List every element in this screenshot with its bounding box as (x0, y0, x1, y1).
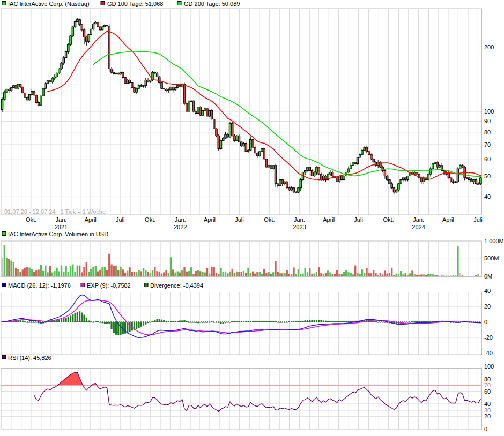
svg-text:Okt.: Okt. (26, 216, 36, 223)
svg-text:RSI (14): 45,826: RSI (14): 45,826 (8, 355, 51, 361)
svg-text:200: 200 (484, 44, 494, 50)
svg-text:50: 50 (484, 173, 491, 179)
svg-text:April: April (85, 216, 97, 223)
svg-text:01.07.20 - 12.07.24 1 Tick =: 01.07.20 - 12.07.24 1 Tick = 1 Woche (4, 208, 106, 215)
svg-text:70: 70 (484, 382, 491, 388)
svg-text:Juli: Juli (354, 216, 363, 223)
svg-text:Juli: Juli (235, 216, 244, 223)
svg-text:60: 60 (484, 388, 491, 395)
svg-text:60: 60 (484, 156, 491, 162)
svg-text:April: April (323, 216, 335, 223)
svg-text:Juli: Juli (116, 216, 125, 223)
svg-text:20: 20 (484, 413, 491, 419)
svg-text:70: 70 (484, 141, 491, 148)
svg-text:April: April (204, 216, 216, 223)
svg-text:Divergence: -0,4394: Divergence: -0,4394 (150, 282, 203, 289)
svg-text:80: 80 (484, 129, 491, 136)
svg-text:-40: -40 (484, 350, 493, 356)
svg-text:2024: 2024 (412, 224, 425, 230)
svg-text:30: 30 (484, 407, 491, 414)
svg-text:Jan.: Jan. (56, 216, 67, 223)
svg-text:April: April (442, 216, 454, 223)
svg-text:Jan.: Jan. (413, 216, 424, 223)
svg-text:80: 80 (484, 376, 491, 382)
svg-text:Juli: Juli (473, 216, 483, 223)
svg-text:2021: 2021 (55, 224, 68, 230)
svg-text:Okt.: Okt. (264, 216, 275, 223)
svg-text:GD 100 Tage: 51,068: GD 100 Tage: 51,068 (107, 1, 163, 7)
svg-text:GD 200 Tage: 50,089: GD 200 Tage: 50,089 (184, 1, 240, 7)
svg-text:IAC InterActive Corp. (Nasdaq): IAC InterActive Corp. (Nasdaq) (8, 1, 90, 7)
svg-text:0M: 0M (484, 273, 492, 280)
svg-text:MACD (26, 12): -1,1976: MACD (26, 12): -1,1976 (8, 282, 71, 289)
svg-text:2022: 2022 (174, 224, 187, 230)
svg-text:0: 0 (484, 426, 487, 432)
svg-text:100: 100 (484, 363, 494, 370)
svg-text:0: 0 (484, 319, 487, 325)
svg-text:1.000M: 1.000M (484, 238, 504, 244)
svg-text:100: 100 (484, 108, 494, 115)
svg-text:Okt.: Okt. (383, 216, 394, 223)
svg-text:Jan.: Jan. (294, 216, 305, 223)
svg-text:20: 20 (484, 303, 491, 310)
svg-text:90: 90 (484, 118, 491, 124)
svg-text:EXP (9): -0,7582: EXP (9): -0,7582 (87, 282, 131, 289)
svg-text:Okt.: Okt. (145, 216, 155, 223)
svg-text:2023: 2023 (293, 224, 306, 230)
svg-text:40: 40 (484, 401, 491, 407)
svg-text:Jan.: Jan. (175, 216, 186, 223)
svg-text:500M: 500M (484, 255, 499, 261)
svg-text:IAC InterActive Corp. Volumen: IAC InterActive Corp. Volumen in USD (8, 231, 108, 237)
svg-text:40: 40 (484, 193, 491, 200)
svg-text:-20: -20 (484, 334, 493, 341)
svg-text:40: 40 (484, 288, 491, 294)
